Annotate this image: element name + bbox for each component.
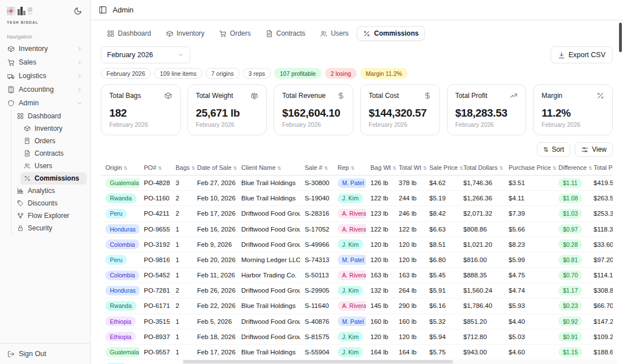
horizontal-scrollbar[interactable]	[182, 359, 617, 364]
stat-card-value: $144,320.57	[369, 107, 432, 119]
sidebar-toggle-button[interactable]	[99, 6, 107, 14]
sidebar-item-orders[interactable]: Orders	[20, 135, 87, 147]
cell-origin: Ethiopia	[101, 314, 139, 329]
cell-po: PO-5452	[139, 268, 171, 283]
cell-sale_price: $6.63	[425, 221, 459, 237]
cell-client: Driftwood Food Group	[237, 283, 300, 298]
table-header: Origin⇅PO#⇅Bags⇅Date of Sale⇅Client Name…	[101, 160, 613, 175]
cell-purchase_price: $5.66	[504, 221, 554, 237]
tab-label: Orders	[230, 29, 251, 37]
column-header-client-name[interactable]: Client Name⇅	[237, 160, 300, 175]
theme-toggle-button[interactable]	[72, 6, 83, 18]
cell-bag_wt: 120 lb	[366, 329, 394, 344]
cell-client: Blue Trail Holdings	[237, 175, 300, 191]
sidebar-item-contracts[interactable]: Contracts	[20, 147, 87, 160]
cell-difference: $0.70	[554, 268, 589, 283]
cell-date: Feb 18, 2026	[193, 329, 237, 344]
sign-out-button[interactable]: Sign Out	[3, 347, 87, 361]
tab-commissions[interactable]: Commissions	[357, 26, 425, 41]
cell-sale_price: $6.80	[425, 252, 459, 267]
origin-badge: Peru	[105, 255, 127, 264]
tab-contracts[interactable]: Contracts	[259, 26, 312, 41]
sidebar-item-logistics[interactable]: Logistics	[3, 69, 87, 83]
percent-icon	[363, 30, 370, 37]
column-header-sale-price[interactable]: Sale Price⇅	[425, 160, 459, 175]
sidebar-item-dashboard[interactable]: Dashboard	[14, 110, 87, 122]
column-header-origin[interactable]: Origin⇅	[101, 160, 139, 175]
column-header-bags[interactable]: Bags⇅	[171, 160, 193, 175]
column-header-total-wt[interactable]: Total Wt⇅	[394, 160, 425, 175]
column-header-total-dollars[interactable]: Total Dollars⇅	[459, 160, 504, 175]
cell-bag_wt: 132 lb	[366, 283, 394, 298]
sign-out-label: Sign Out	[19, 350, 46, 358]
cell-sale_no: S-28316	[300, 206, 333, 221]
vertical-scrollbar-thumb[interactable]	[619, 23, 622, 52]
cell-sale_price: $5.19	[425, 191, 459, 206]
sidebar-item-discounts[interactable]: Discounts	[14, 197, 87, 209]
column-header-date-of-sale[interactable]: Date of Sale⇅	[193, 160, 237, 175]
cell-sale_no: S-50113	[300, 268, 333, 283]
cell-origin: Ethiopia	[101, 329, 139, 344]
sidebar-item-label: Dashboard	[28, 112, 61, 120]
column-header-rep[interactable]: Rep⇅	[333, 160, 366, 175]
tab-users[interactable]: Users	[314, 26, 355, 41]
brand-name: YASH BINDAL	[7, 20, 39, 24]
cell-difference: $1.17	[554, 283, 589, 298]
origin-badge: Peru	[105, 209, 127, 219]
sidebar-item-accounting[interactable]: Accounting	[3, 83, 87, 96]
sidebar-item-analytics[interactable]: Analytics	[14, 185, 87, 197]
users-icon	[320, 30, 327, 37]
cell-sale_no: S-19040	[300, 191, 333, 206]
cell-total_profit: $263.52	[589, 191, 613, 206]
column-header-po-[interactable]: PO#⇅	[139, 160, 171, 175]
sidebar-item-users[interactable]: Users	[20, 160, 87, 172]
download-icon	[558, 52, 565, 59]
sidebar-item-inventory[interactable]: Inventory	[20, 122, 87, 135]
period-select[interactable]: February 2026	[101, 46, 190, 63]
cell-rep: A. Rivera	[333, 206, 366, 221]
tab-dashboard[interactable]: Dashboard	[101, 26, 157, 41]
column-header-total-profit[interactable]: Total Profit⇅	[589, 160, 613, 175]
cell-bag_wt: 120 lb	[366, 252, 394, 267]
sidebar-item-flow-explorer[interactable]: Flow Explorer	[14, 209, 87, 222]
sidebar-item-inventory[interactable]: Inventory	[3, 42, 87, 55]
rep-badge: M. Patel	[338, 316, 366, 326]
sidebar-item-security[interactable]: Security	[14, 222, 87, 234]
cell-po: PO-9557	[139, 344, 171, 359]
rep-badge: M. Patel	[338, 255, 366, 264]
cell-bags: 1	[171, 344, 193, 359]
column-header-sale-[interactable]: Sale #⇅	[300, 160, 333, 175]
receipt-icon	[24, 138, 31, 144]
cell-total_profit: $109.20	[589, 329, 613, 344]
cell-origin: Peru	[101, 252, 139, 267]
stat-card-subtitle: February 2026	[455, 121, 518, 128]
tab-orders[interactable]: Orders	[213, 26, 257, 41]
cell-sale_no: S-55904	[300, 344, 333, 359]
tab-label: Inventory	[177, 29, 204, 37]
sidebar-item-commissions[interactable]: Commissions	[20, 172, 87, 185]
cell-sale_no: S-40876	[300, 314, 333, 329]
sidebar-item-sales[interactable]: Sales	[3, 55, 87, 69]
column-header-difference[interactable]: Difference⇅	[554, 160, 589, 175]
sidebar-item-label: Commissions	[35, 174, 79, 182]
tab-inventory[interactable]: Inventory	[160, 26, 211, 41]
export-csv-button[interactable]: Export CSV	[551, 46, 613, 63]
cell-po: PO-7281	[139, 283, 171, 298]
sidebar-item-label: Contracts	[35, 149, 63, 157]
export-csv-label: Export CSV	[569, 51, 605, 59]
cell-bag_wt: 145 lb	[366, 298, 394, 314]
cell-origin: Rwanda	[101, 298, 139, 314]
sidebar-item-admin[interactable]: Admin	[3, 96, 87, 110]
vertical-scrollbar[interactable]	[618, 22, 622, 357]
horizontal-scrollbar-thumb[interactable]	[183, 360, 453, 363]
cell-total_wt: 246 lb	[394, 206, 425, 221]
cell-rep: M. Patel	[333, 175, 366, 191]
column-header-bag-wt[interactable]: Bag Wt⇅	[366, 160, 394, 175]
column-header-purchase-price[interactable]: Purchase Price⇅	[504, 160, 554, 175]
cell-sale_no: S-81575	[300, 329, 333, 344]
sort-button[interactable]: ⇅ Sort	[537, 142, 570, 157]
file-icon	[24, 150, 31, 157]
tabs: DashboardInventoryOrdersContractsUsersCo…	[101, 26, 613, 41]
view-button[interactable]: View	[575, 142, 613, 157]
sidebar-item-label: Inventory	[19, 45, 48, 53]
